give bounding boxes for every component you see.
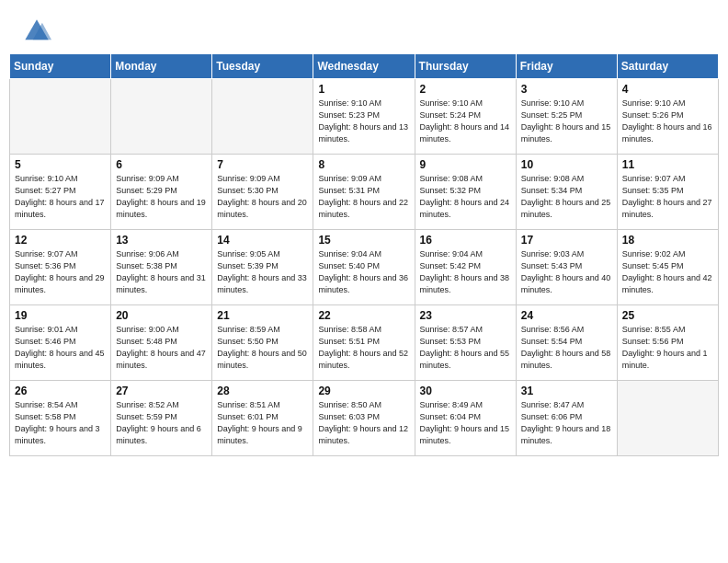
day-info: Sunrise: 9:07 AMSunset: 5:36 PMDaylight:… — [15, 248, 106, 296]
day-info: Sunrise: 8:55 AMSunset: 5:56 PMDaylight:… — [622, 324, 713, 372]
day-info: Sunrise: 8:50 AMSunset: 6:03 PMDaylight:… — [318, 399, 409, 447]
day-info: Sunrise: 9:08 AMSunset: 5:32 PMDaylight:… — [420, 173, 511, 221]
day-number: 2 — [420, 83, 511, 96]
calendar-cell — [617, 381, 718, 456]
day-number: 14 — [217, 234, 308, 247]
day-info: Sunrise: 8:59 AMSunset: 5:50 PMDaylight:… — [217, 324, 308, 372]
weekday-header-thursday: Thursday — [415, 54, 516, 79]
header — [0, 0, 728, 53]
logo — [22, 17, 55, 46]
day-info: Sunrise: 9:10 AMSunset: 5:26 PMDaylight:… — [622, 98, 713, 145]
page: SundayMondayTuesdayWednesdayThursdayFrid… — [0, 0, 728, 563]
day-number: 31 — [521, 385, 612, 397]
day-number: 6 — [116, 158, 207, 171]
weekday-header-tuesday: Tuesday — [212, 54, 313, 79]
calendar-cell: 1Sunrise: 9:10 AMSunset: 5:23 PMDaylight… — [313, 79, 415, 155]
calendar-cell: 18Sunrise: 9:02 AMSunset: 5:45 PMDayligh… — [617, 230, 718, 305]
week-row-3: 12Sunrise: 9:07 AMSunset: 5:36 PMDayligh… — [10, 230, 719, 305]
day-info: Sunrise: 8:57 AMSunset: 5:53 PMDaylight:… — [420, 324, 511, 372]
calendar-cell: 24Sunrise: 8:56 AMSunset: 5:54 PMDayligh… — [516, 305, 617, 381]
calendar-cell: 4Sunrise: 9:10 AMSunset: 5:26 PMDaylight… — [617, 79, 718, 155]
calendar-cell: 2Sunrise: 9:10 AMSunset: 5:24 PMDaylight… — [415, 79, 516, 155]
calendar-cell: 15Sunrise: 9:04 AMSunset: 5:40 PMDayligh… — [313, 230, 415, 305]
day-number: 29 — [318, 385, 409, 397]
week-row-1: 1Sunrise: 9:10 AMSunset: 5:23 PMDaylight… — [10, 79, 719, 155]
day-info: Sunrise: 9:10 AMSunset: 5:23 PMDaylight:… — [318, 98, 409, 145]
day-number: 13 — [116, 234, 207, 247]
calendar-cell: 22Sunrise: 8:58 AMSunset: 5:51 PMDayligh… — [313, 305, 415, 381]
weekday-header-friday: Friday — [516, 54, 617, 79]
day-info: Sunrise: 8:52 AMSunset: 5:59 PMDaylight:… — [116, 399, 207, 447]
day-number: 26 — [15, 385, 106, 397]
day-number: 11 — [622, 158, 713, 171]
calendar-cell — [111, 79, 212, 155]
day-info: Sunrise: 9:03 AMSunset: 5:43 PMDaylight:… — [521, 248, 612, 296]
calendar-cell: 10Sunrise: 9:08 AMSunset: 5:34 PMDayligh… — [516, 155, 617, 230]
day-number: 8 — [318, 158, 409, 171]
day-number: 16 — [420, 234, 511, 247]
day-info: Sunrise: 9:04 AMSunset: 5:42 PMDaylight:… — [420, 248, 511, 296]
day-info: Sunrise: 8:49 AMSunset: 6:04 PMDaylight:… — [420, 399, 511, 447]
day-number: 21 — [217, 309, 308, 322]
day-number: 19 — [15, 309, 106, 322]
calendar-cell: 8Sunrise: 9:09 AMSunset: 5:31 PMDaylight… — [313, 155, 415, 230]
day-info: Sunrise: 9:09 AMSunset: 5:31 PMDaylight:… — [318, 173, 409, 221]
day-number: 18 — [622, 234, 713, 247]
calendar-cell: 20Sunrise: 9:00 AMSunset: 5:48 PMDayligh… — [111, 305, 212, 381]
day-number: 23 — [420, 309, 511, 322]
day-info: Sunrise: 9:08 AMSunset: 5:34 PMDaylight:… — [521, 173, 612, 221]
calendar-cell: 30Sunrise: 8:49 AMSunset: 6:04 PMDayligh… — [415, 381, 516, 456]
day-info: Sunrise: 8:47 AMSunset: 6:06 PMDaylight:… — [521, 399, 612, 447]
calendar-cell: 12Sunrise: 9:07 AMSunset: 5:36 PMDayligh… — [10, 230, 111, 305]
calendar-cell: 9Sunrise: 9:08 AMSunset: 5:32 PMDaylight… — [415, 155, 516, 230]
day-info: Sunrise: 8:56 AMSunset: 5:54 PMDaylight:… — [521, 324, 612, 372]
calendar-table: SundayMondayTuesdayWednesdayThursdayFrid… — [9, 53, 719, 456]
calendar-wrapper: SundayMondayTuesdayWednesdayThursdayFrid… — [0, 53, 728, 465]
day-info: Sunrise: 8:58 AMSunset: 5:51 PMDaylight:… — [318, 324, 409, 372]
calendar-cell: 13Sunrise: 9:06 AMSunset: 5:38 PMDayligh… — [111, 230, 212, 305]
day-number: 17 — [521, 234, 612, 247]
calendar-cell: 3Sunrise: 9:10 AMSunset: 5:25 PMDaylight… — [516, 79, 617, 155]
day-info: Sunrise: 9:10 AMSunset: 5:25 PMDaylight:… — [521, 98, 612, 145]
calendar-cell: 16Sunrise: 9:04 AMSunset: 5:42 PMDayligh… — [415, 230, 516, 305]
day-info: Sunrise: 9:10 AMSunset: 5:24 PMDaylight:… — [420, 98, 511, 145]
day-number: 1 — [318, 83, 409, 96]
weekday-header-monday: Monday — [111, 54, 212, 79]
logo-icon — [22, 17, 51, 46]
day-number: 28 — [217, 385, 308, 397]
day-info: Sunrise: 8:54 AMSunset: 5:58 PMDaylight:… — [15, 399, 106, 447]
week-row-5: 26Sunrise: 8:54 AMSunset: 5:58 PMDayligh… — [10, 381, 719, 456]
day-number: 30 — [420, 385, 511, 397]
day-number: 7 — [217, 158, 308, 171]
calendar-cell: 31Sunrise: 8:47 AMSunset: 6:06 PMDayligh… — [516, 381, 617, 456]
weekday-header-wednesday: Wednesday — [313, 54, 415, 79]
day-number: 12 — [15, 234, 106, 247]
calendar-cell: 19Sunrise: 9:01 AMSunset: 5:46 PMDayligh… — [10, 305, 111, 381]
calendar-cell — [212, 79, 313, 155]
weekday-header-sunday: Sunday — [10, 54, 111, 79]
calendar-cell: 6Sunrise: 9:09 AMSunset: 5:29 PMDaylight… — [111, 155, 212, 230]
day-number: 5 — [15, 158, 106, 171]
day-number: 15 — [318, 234, 409, 247]
calendar-cell: 29Sunrise: 8:50 AMSunset: 6:03 PMDayligh… — [313, 381, 415, 456]
day-number: 24 — [521, 309, 612, 322]
calendar-cell: 25Sunrise: 8:55 AMSunset: 5:56 PMDayligh… — [617, 305, 718, 381]
day-info: Sunrise: 9:02 AMSunset: 5:45 PMDaylight:… — [622, 248, 713, 296]
day-info: Sunrise: 9:00 AMSunset: 5:48 PMDaylight:… — [116, 324, 207, 372]
day-info: Sunrise: 8:51 AMSunset: 6:01 PMDaylight:… — [217, 399, 308, 447]
day-number: 25 — [622, 309, 713, 322]
day-number: 10 — [521, 158, 612, 171]
day-info: Sunrise: 9:09 AMSunset: 5:29 PMDaylight:… — [116, 173, 207, 221]
day-info: Sunrise: 9:04 AMSunset: 5:40 PMDaylight:… — [318, 248, 409, 296]
calendar-cell: 14Sunrise: 9:05 AMSunset: 5:39 PMDayligh… — [212, 230, 313, 305]
week-row-4: 19Sunrise: 9:01 AMSunset: 5:46 PMDayligh… — [10, 305, 719, 381]
calendar-cell: 23Sunrise: 8:57 AMSunset: 5:53 PMDayligh… — [415, 305, 516, 381]
day-info: Sunrise: 9:07 AMSunset: 5:35 PMDaylight:… — [622, 173, 713, 221]
calendar-cell: 5Sunrise: 9:10 AMSunset: 5:27 PMDaylight… — [10, 155, 111, 230]
day-number: 22 — [318, 309, 409, 322]
day-number: 20 — [116, 309, 207, 322]
calendar-cell: 21Sunrise: 8:59 AMSunset: 5:50 PMDayligh… — [212, 305, 313, 381]
day-number: 4 — [622, 83, 713, 96]
week-row-2: 5Sunrise: 9:10 AMSunset: 5:27 PMDaylight… — [10, 155, 719, 230]
calendar-cell: 17Sunrise: 9:03 AMSunset: 5:43 PMDayligh… — [516, 230, 617, 305]
